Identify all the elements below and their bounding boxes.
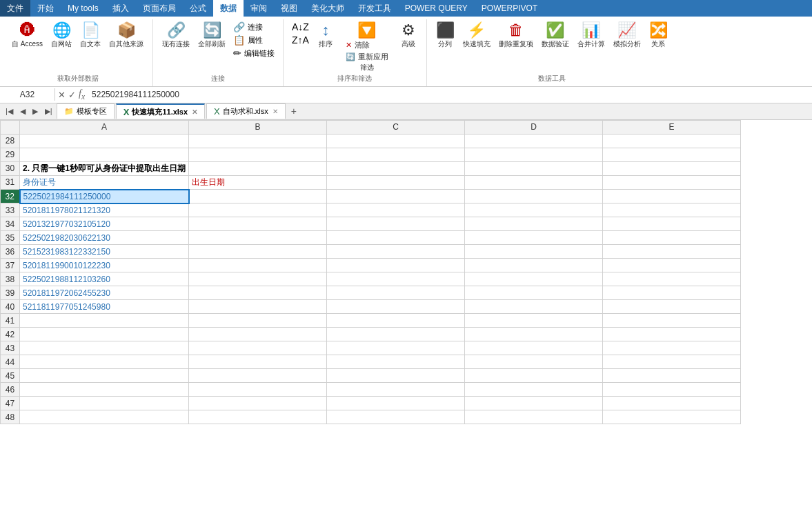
btn-data-validation[interactable]: ✅ 数据验证 [538,21,573,50]
cell-35-D[interactable] [465,231,603,245]
sheet-grid[interactable]: A B C D E 2829302. 只需一键1秒即可从身份证中提取出生日期31… [0,120,812,425]
cell-41-A[interactable] [20,314,189,328]
cell-36-E[interactable] [603,245,741,259]
tab-start[interactable]: 开始 [30,0,61,17]
btn-sort[interactable]: ↕ 排序 [313,21,338,50]
cell-32-D[interactable] [465,190,603,203]
cell-46-B[interactable] [189,383,327,397]
cell-29-B[interactable] [189,148,327,161]
tab-mytools[interactable]: My tools [61,0,106,17]
cell-31-A[interactable]: 身份证号 [20,175,189,190]
row-header-29[interactable]: 29 [1,148,20,161]
row-header-36[interactable]: 36 [1,245,20,259]
btn-text[interactable]: 📄 自文本 [77,21,104,50]
cell-48-C[interactable] [327,410,465,424]
cell-48-D[interactable] [465,410,603,424]
cell-44-A[interactable] [20,355,189,369]
btn-flash-fill[interactable]: ⚡ 快速填充 [459,21,494,50]
cell-31-E[interactable] [603,175,741,190]
cell-34-B[interactable] [189,217,327,231]
close-tab-2[interactable]: ✕ [273,108,278,115]
btn-advanced[interactable]: ⚙ 高级 [396,21,421,50]
cell-47-A[interactable] [20,397,189,410]
cell-34-E[interactable] [603,217,741,231]
btn-relationships[interactable]: 🔀 关系 [646,21,671,50]
row-header-43[interactable]: 43 [1,341,20,355]
cell-33-C[interactable] [327,203,465,217]
tab-beautify[interactable]: 美化大师 [304,0,351,17]
col-header-d[interactable]: D [465,120,603,134]
cell-40-D[interactable] [465,300,603,314]
cell-47-E[interactable] [603,397,741,410]
btn-filter[interactable]: 🔽 ✕ 清除 🔄 重新应用 筛选 [339,21,395,74]
cell-33-E[interactable] [603,203,741,217]
row-header-41[interactable]: 41 [1,314,20,328]
cell-46-D[interactable] [465,383,603,397]
cell-41-D[interactable] [465,314,603,328]
btn-sort-az[interactable]: A↓Z [289,21,312,33]
cell-38-A[interactable]: 5225021988112103260 [20,272,189,286]
cell-32-B[interactable] [189,190,327,203]
cell-30-B[interactable] [189,161,327,175]
cell-31-B[interactable]: 出生日期 [189,175,327,190]
cell-38-E[interactable] [603,272,741,286]
row-header-46[interactable]: 46 [1,383,20,397]
cell-32-C[interactable] [327,190,465,203]
tab-nav-first[interactable]: |◀ [3,106,16,117]
cell-30-E[interactable] [603,161,741,175]
cell-47-B[interactable] [189,397,327,410]
cell-35-C[interactable] [327,231,465,245]
cell-32-A[interactable]: 5225021984111250000 [20,190,189,203]
cell-35-B[interactable] [189,231,327,245]
col-header-e[interactable]: E [603,120,741,134]
cell-45-C[interactable] [327,369,465,383]
btn-reapply[interactable]: 🔄 重新应用 [343,51,391,62]
cell-30-C[interactable] [327,161,465,175]
close-tab-1[interactable]: ✕ [192,108,197,116]
tab-nav-next[interactable]: ▶ [30,106,41,117]
row-header-34[interactable]: 34 [1,217,20,231]
btn-refresh-all[interactable]: 🔄 全部刷新 [195,21,229,50]
cell-36-B[interactable] [189,245,327,259]
tab-flash-fill-file[interactable]: X 快速填充11.xlsx ✕ [116,103,205,119]
cell-39-A[interactable]: 5201811972062455230 [20,286,189,300]
cell-37-B[interactable] [189,259,327,272]
row-header-39[interactable]: 39 [1,286,20,300]
cell-28-A[interactable] [20,134,189,148]
cell-30-A[interactable]: 2. 只需一键1秒即可从身份证中提取出生日期 [20,161,189,175]
cell-37-D[interactable] [465,259,603,272]
btn-split-columns[interactable]: ⬛ 分列 [433,21,458,50]
cell-44-C[interactable] [327,355,465,369]
btn-access[interactable]: 🅐 自 Access [8,21,46,50]
cell-43-D[interactable] [465,341,603,355]
cell-47-C[interactable] [327,397,465,410]
cell-29-A[interactable] [20,148,189,161]
cell-35-A[interactable]: 5225021982030622130 [20,231,189,245]
cell-45-E[interactable] [603,369,741,383]
cancel-formula-icon[interactable]: ✕ [58,90,66,100]
cell-42-E[interactable] [603,328,741,341]
cell-30-D[interactable] [465,161,603,175]
cell-42-D[interactable] [465,328,603,341]
cell-28-B[interactable] [189,134,327,148]
cell-44-E[interactable] [603,355,741,369]
cell-37-E[interactable] [603,259,741,272]
btn-existing-connections[interactable]: 🔗 现有连接 [159,21,193,50]
cell-31-D[interactable] [465,175,603,190]
col-header-a[interactable]: A [20,120,189,134]
row-header-40[interactable]: 40 [1,300,20,314]
tab-review[interactable]: 审阅 [244,0,274,17]
cell-29-E[interactable] [603,148,741,161]
cell-36-D[interactable] [465,245,603,259]
cell-33-B[interactable] [189,203,327,217]
btn-clear[interactable]: ✕ 清除 [343,39,391,50]
cell-42-A[interactable] [20,328,189,341]
cell-39-E[interactable] [603,286,741,300]
btn-web[interactable]: 🌐 自网站 [48,21,75,50]
cell-41-C[interactable] [327,314,465,328]
tab-page-layout[interactable]: 页面布局 [136,0,183,17]
cell-45-A[interactable] [20,369,189,383]
btn-connections-small[interactable]: 🔗 连接 [230,21,277,33]
cell-40-E[interactable] [603,300,741,314]
cell-40-A[interactable]: 5211811977051245980 [20,300,189,314]
